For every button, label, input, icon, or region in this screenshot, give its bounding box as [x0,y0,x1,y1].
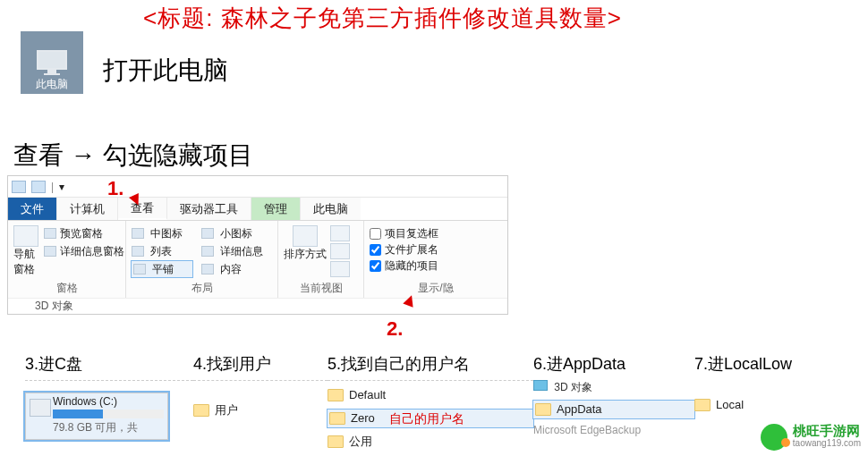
instruction-check-hidden: 查看 → 勾选隐藏项目 [13,139,253,173]
row-overflow: Microsoft EdgeBackup [533,424,694,436]
step-3-column: 3.进C盘 Windows (C:) 79.8 GB 可用，共 [25,353,193,451]
drive-c-tile[interactable]: Windows (C:) 79.8 GB 可用，共 [25,393,168,440]
tab-view[interactable]: 查看 [118,198,167,220]
step-4-column: 4.找到用户 用户 [193,353,328,451]
watermark-name: 桃旺手游网 [793,425,861,437]
tab-manage[interactable]: 管理 [251,198,301,220]
annotation-title: <标题: 森林之子免第三方插件修改道具数量> [143,3,622,34]
tab-file[interactable]: 文件 [8,198,57,220]
preview-pane-button[interactable]: 预览窗格 [44,225,124,241]
group-label-layout: 布局 [132,281,272,296]
sort-by-icon [293,225,318,247]
watermark-url: taowang119.com [793,437,861,450]
folder-icon [535,403,551,416]
step-7-title: 7.进LocalLow [694,353,855,375]
step-5-column: 5.找到自己的用户名 Default Zero 自己的用户名 公用 [328,353,533,451]
tab-drive-tools[interactable]: 驱动器工具 [167,198,251,220]
ribbon-body: 导航窗格 预览窗格 详细信息窗格 窗格 中图标 小图标 列表 详细信息 平铺 内… [8,221,507,298]
ribbon-group-currentview: 排序方式 当前视图 [278,221,364,298]
folder-own-user[interactable]: Zero 自己的用户名 [328,410,533,427]
group-label-currentview: 当前视图 [284,281,358,296]
sort-by-button[interactable]: 排序方式 [284,225,327,277]
annotation-own-username: 自己的用户名 [389,410,464,427]
watermark-logo-icon [761,424,787,451]
drive-c-usage-bar [53,410,164,418]
ribbon-group-panes: 导航窗格 预览窗格 详细信息窗格 窗格 [8,221,126,298]
groupby-icon[interactable] [330,225,350,241]
qat-separator: | [51,181,54,193]
watermark: 桃旺手游网 taowang119.com [761,424,861,451]
folder-appdata[interactable]: AppData [533,401,694,418]
nav-pane-button[interactable]: 导航窗格 [13,225,38,277]
row-3dobjects[interactable]: 3D 对象 [533,380,694,395]
group-label-showhide: 显示/隐 [370,281,502,296]
ribbon-group-layout: 中图标 小图标 列表 详细信息 平铺 内容 布局 [126,221,278,298]
ribbon-tabstrip: 文件 计算机 查看 驱动器工具 管理 此电脑 [8,198,507,221]
folder-icon [329,412,345,425]
folder-local[interactable]: Local [694,396,855,414]
layout-small-icons[interactable]: 小图标 [201,225,273,241]
drive-c-name: Windows (C:) [53,395,164,408]
checkbox-hidden-items[interactable]: 隐藏的项目 [370,258,502,274]
tab-context-thispc: 此电脑 [301,198,361,220]
layout-content[interactable]: 内容 [201,261,273,277]
ribbon-group-showhide: 项目复选框 文件扩展名 隐藏的项目 显示/隐 [364,221,507,298]
folder-icon [193,404,209,417]
explorer-content-peek: 3D 对象 [8,298,507,314]
quick-access-toolbar: | ▾ [8,176,507,198]
annotation-number-1: 1. [107,177,123,200]
nav-pane-icon [13,225,38,247]
qat-icon[interactable] [31,181,46,193]
qat-dropdown-icon[interactable]: ▾ [59,181,64,193]
folder-public[interactable]: 公用 [328,433,533,451]
checkbox-item-checkboxes[interactable]: 项目复选框 [370,225,502,241]
details-pane-button[interactable]: 详细信息窗格 [44,243,124,259]
folder-icon [328,435,344,448]
checkbox-file-extensions[interactable]: 文件扩展名 [370,241,502,258]
layout-details[interactable]: 详细信息 [201,243,273,259]
layout-tiles[interactable]: 平铺 [132,261,192,277]
steps-row: 3.进C盘 Windows (C:) 79.8 GB 可用，共 4.找到用户 用… [0,353,868,451]
layout-medium-icons[interactable]: 中图标 [132,225,192,241]
addcolumns-icon[interactable] [330,243,350,259]
instruction-open-thispc: 打开此电脑 [103,54,228,88]
qat-icon[interactable] [12,181,26,193]
step-6-column: 6.进AppData 3D 对象 AppData Microsoft EdgeB… [533,353,694,451]
annotation-number-2: 2. [387,317,403,341]
group-label-panes: 窗格 [13,281,120,296]
folder-default[interactable]: Default [328,386,533,404]
explorer-window: | ▾ 文件 计算机 查看 驱动器工具 管理 此电脑 导航窗格 预览窗格 详细信… [7,175,508,315]
thispc-desktop-label: 此电脑 [21,77,83,94]
monitor-glyph [37,50,67,70]
folder-icon [694,399,711,411]
drive-c-subtext: 79.8 GB 可用，共 [53,420,164,435]
tab-computer[interactable]: 计算机 [57,198,118,220]
step-6-title: 6.进AppData [533,353,694,375]
step-4-title: 4.找到用户 [193,353,328,375]
step-3-title: 3.进C盘 [25,353,193,375]
folder-users[interactable]: 用户 [193,401,328,419]
step-5-title: 5.找到自己的用户名 [328,353,533,375]
layout-list[interactable]: 列表 [132,243,192,259]
folder-icon [328,389,344,401]
sizecolumns-icon[interactable] [330,261,350,277]
